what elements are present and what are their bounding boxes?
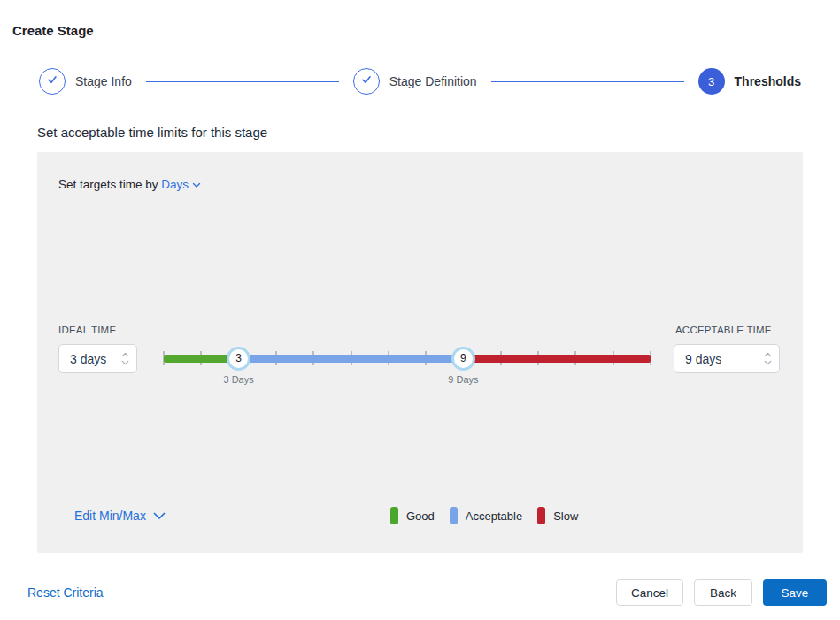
step-complete-circle [39, 68, 66, 95]
acceptable-swatch [450, 507, 458, 524]
step-label: Stage Definition [389, 74, 477, 88]
unit-dropdown[interactable]: Days [161, 178, 201, 191]
stepper-up-icon[interactable] [764, 352, 772, 357]
legend-item-acceptable: Acceptable [450, 507, 522, 524]
stepper-up-icon[interactable] [121, 352, 129, 357]
stepper-down-icon[interactable] [121, 360, 129, 365]
step-label: Stage Info [75, 74, 132, 88]
good-swatch [390, 507, 398, 524]
slow-swatch [537, 507, 545, 524]
max-handle[interactable]: 9 [451, 347, 475, 371]
max-handle-value: 9 [460, 352, 466, 364]
back-button[interactable]: Back [694, 579, 752, 606]
min-handle-value: 3 [235, 352, 242, 364]
step-label: Thresholds [735, 74, 801, 88]
thresholds-panel: Set targets time by Days IDEAL TIME 3 da… [37, 152, 803, 553]
cancel-button[interactable]: Cancel [616, 579, 683, 606]
slider-segment-slow [463, 355, 651, 363]
step-stage-info[interactable]: Stage Info [39, 68, 132, 95]
step-connector [146, 81, 339, 82]
edit-minmax-link[interactable]: Edit Min/Max [74, 509, 166, 523]
slider-segment-acceptable [239, 355, 464, 363]
legend-label: Good [406, 509, 435, 523]
targets-prefix-label: Set targets time by [58, 178, 158, 191]
step-number: 3 [708, 75, 714, 88]
legend-label: Acceptable [466, 509, 522, 523]
ideal-time-input[interactable]: 3 days [58, 344, 137, 373]
reset-criteria-link[interactable]: Reset Criteria [27, 586, 104, 600]
legend-item-good: Good [390, 507, 435, 524]
footer-buttons: Cancel Back Save [616, 579, 827, 606]
legend: Good Acceptable Slow [390, 507, 578, 524]
save-button[interactable]: Save [763, 579, 827, 606]
step-thresholds[interactable]: 3 Thresholds [698, 68, 801, 95]
ideal-time-label: IDEAL TIME [58, 325, 116, 335]
step-complete-circle [353, 68, 380, 95]
ideal-time-value: 3 days [70, 352, 106, 366]
acceptable-time-stepper [764, 352, 772, 365]
page-title: Create Stage [12, 23, 94, 38]
acceptable-time-label: ACCEPTABLE TIME [675, 325, 772, 335]
chevron-down-icon [192, 178, 201, 191]
max-handle-label: 9 Days [448, 374, 478, 385]
min-handle[interactable]: 3 [227, 347, 250, 371]
targets-time-row: Set targets time by Days [58, 178, 201, 191]
acceptable-time-value: 9 days [685, 352, 721, 366]
legend-label: Slow [553, 509, 578, 523]
time-range-slider[interactable]: 3 9 3 Days 9 Days [164, 345, 651, 402]
chevron-down-icon [153, 509, 166, 523]
section-heading: Set acceptable time limits for this stag… [37, 125, 267, 140]
stepper-down-icon[interactable] [764, 360, 772, 365]
ideal-time-stepper [121, 352, 129, 365]
min-handle-label: 3 Days [223, 374, 253, 385]
unit-dropdown-value: Days [161, 178, 189, 191]
legend-item-slow: Slow [537, 507, 578, 524]
step-current-circle: 3 [698, 68, 725, 95]
check-icon [360, 73, 373, 89]
step-connector [491, 81, 684, 82]
stepper: Stage Info Stage Definition 3 Thresholds [39, 68, 801, 95]
step-stage-definition[interactable]: Stage Definition [353, 68, 477, 95]
acceptable-time-input[interactable]: 9 days [674, 344, 780, 373]
check-icon [46, 73, 58, 89]
edit-minmax-label: Edit Min/Max [74, 509, 146, 523]
